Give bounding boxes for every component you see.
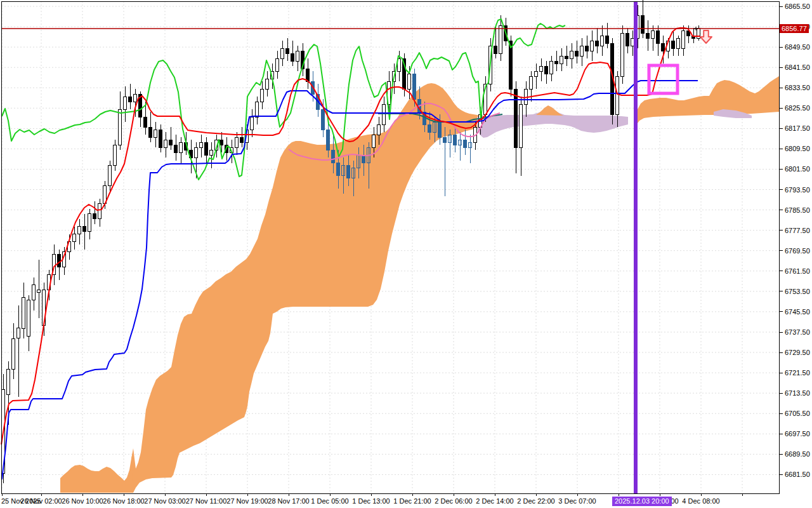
x-axis-label: 27 Nov 11:00 <box>186 497 227 505</box>
sell-arrow-down-icon[interactable] <box>700 30 712 43</box>
y-axis-label: 6729.50 <box>785 349 810 356</box>
ichimoku-cloud-left-blob <box>60 451 133 493</box>
y-axis-label: 6705.50 <box>785 410 810 417</box>
x-axis-label: 1 Dec 13:00 <box>352 497 390 505</box>
chart-window[interactable]: 6865.506857.506849.506841.506833.506825.… <box>0 0 812 508</box>
y-axis-label: 6681.50 <box>785 471 810 478</box>
y-axis-label: 6777.50 <box>785 227 810 234</box>
candlestick-chart-canvas[interactable] <box>0 0 812 508</box>
y-axis-label: 6785.50 <box>785 206 810 214</box>
y-axis-label: 6825.50 <box>785 104 810 112</box>
y-axis-label: 6721.50 <box>785 369 810 377</box>
x-axis-label: 2 Dec 06:00 <box>435 497 472 505</box>
y-axis-label: 6849.50 <box>785 43 810 51</box>
y-axis-label: 6737.50 <box>785 328 810 336</box>
x-axis-label: 26 Nov 18:00 <box>103 497 144 505</box>
x-axis-label: 3 Dec 07:00 <box>558 497 596 505</box>
y-axis-label: 6817.50 <box>785 124 810 132</box>
y-axis-label: 6841.50 <box>785 64 810 71</box>
ichimoku-cloud-orange-bump <box>536 105 563 116</box>
y-axis-label: 6745.50 <box>785 308 810 316</box>
x-axis-label: 4 Dec 08:00 <box>682 497 719 505</box>
y-axis-label: 6713.50 <box>785 389 810 397</box>
y-axis-label: 6793.50 <box>785 186 810 194</box>
y-axis-label: 6761.50 <box>785 267 810 275</box>
x-axis-label: 27 Nov 03:00 <box>144 497 185 505</box>
vertical-line-time-tag: 2025.12.03 20:00 <box>612 497 672 506</box>
x-axis-label: 26 Nov 10:00 <box>62 497 103 505</box>
x-axis-label: 1 Dec 21:00 <box>393 497 431 505</box>
grid-lines <box>1 1 779 493</box>
x-axis-label: 27 Nov 19:00 <box>226 497 268 505</box>
ichimoku-cloud-right <box>638 76 779 123</box>
y-axis-label: 6753.50 <box>785 288 810 295</box>
x-axis-label: 2 Dec 22:00 <box>517 497 554 505</box>
y-axis-label: 6769.50 <box>785 247 810 255</box>
vertical-session-line[interactable] <box>634 1 638 493</box>
x-axis-label: 1 Dec 05:00 <box>311 497 348 505</box>
x-axis-label: 26 Nov 02:00 <box>20 497 62 505</box>
ichimoku-clouds <box>60 76 779 493</box>
y-axis-label: 6801.50 <box>785 165 810 173</box>
x-axis-label: 2 Dec 14:00 <box>476 497 513 505</box>
y-axis-label: 6865.50 <box>785 3 810 10</box>
y-axis-label: 6689.50 <box>785 450 810 458</box>
x-axis-label: 28 Nov 17:00 <box>268 497 309 505</box>
y-axis-label: 6833.50 <box>785 84 810 91</box>
current-price-tag: 6856.77 <box>780 24 809 33</box>
y-axis-label: 6809.50 <box>785 145 810 152</box>
y-axis-label: 6697.50 <box>785 430 810 438</box>
